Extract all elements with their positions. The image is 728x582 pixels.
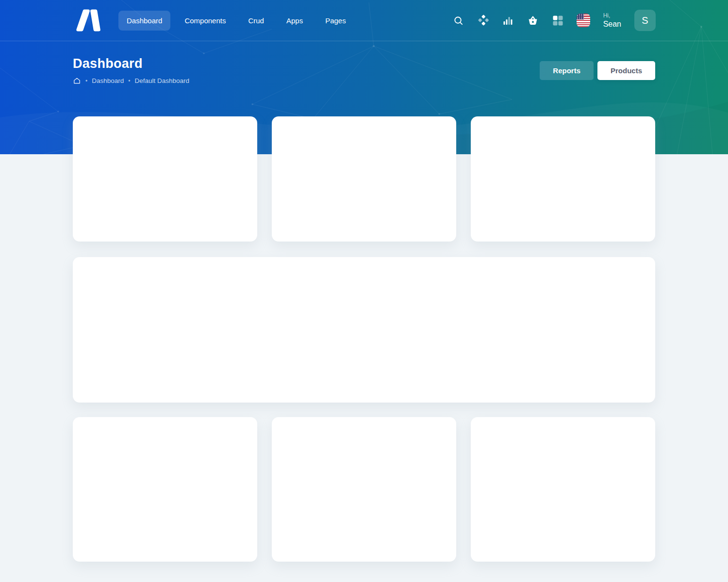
page-header-left: Dashboard • Dashboard • Default Dashboar… [73, 56, 189, 85]
placeholder-card [272, 116, 456, 242]
breadcrumb-separator: • [128, 78, 130, 84]
breadcrumb: • Dashboard • Default Dashboard [73, 77, 189, 85]
user-avatar[interactable]: S [634, 10, 656, 31]
apps-diamond-icon[interactable] [478, 15, 489, 26]
greeting-name: Sean [603, 19, 621, 29]
page-title: Dashboard [73, 56, 189, 71]
greeting-hi: Hi, [603, 12, 621, 19]
bar-chart-icon[interactable] [502, 15, 514, 26]
reports-button[interactable]: Reports [540, 61, 594, 80]
breadcrumb-separator: • [85, 78, 87, 84]
language-us-flag[interactable] [577, 14, 590, 27]
card-row-1 [73, 116, 655, 242]
nav-item-pages[interactable]: Pages [317, 11, 354, 31]
products-button[interactable]: Products [597, 61, 655, 80]
grid-icon[interactable] [552, 15, 563, 26]
top-navbar: Dashboard Components Crud Apps Pages [0, 0, 728, 41]
flag-canton [577, 14, 584, 19]
card-row-3 [73, 417, 655, 562]
nav-item-apps[interactable]: Apps [278, 11, 311, 31]
placeholder-card [272, 417, 456, 562]
search-icon[interactable] [453, 15, 464, 26]
nav-item-dashboard[interactable]: Dashboard [118, 11, 170, 31]
placeholder-card [471, 417, 655, 562]
placeholder-card [471, 116, 655, 242]
home-icon[interactable] [73, 77, 81, 85]
header-buttons: Reports Products [540, 61, 655, 80]
main-nav: Dashboard Components Crud Apps Pages [118, 11, 354, 31]
page-header: Dashboard • Dashboard • Default Dashboar… [0, 41, 728, 85]
placeholder-card [73, 417, 257, 562]
basket-icon[interactable] [527, 15, 539, 26]
monogram-logo[interactable] [73, 7, 103, 34]
placeholder-card-wide [73, 257, 655, 403]
nav-item-crud[interactable]: Crud [240, 11, 272, 31]
placeholder-card [73, 116, 257, 242]
breadcrumb-default-dashboard[interactable]: Default Dashboard [134, 77, 189, 84]
nav-item-components[interactable]: Components [176, 11, 234, 31]
dashboard-content [73, 116, 655, 562]
navbar-actions: Hi, Sean S [453, 10, 656, 31]
user-greeting: Hi, Sean [603, 12, 621, 29]
breadcrumb-dashboard[interactable]: Dashboard [92, 77, 124, 84]
